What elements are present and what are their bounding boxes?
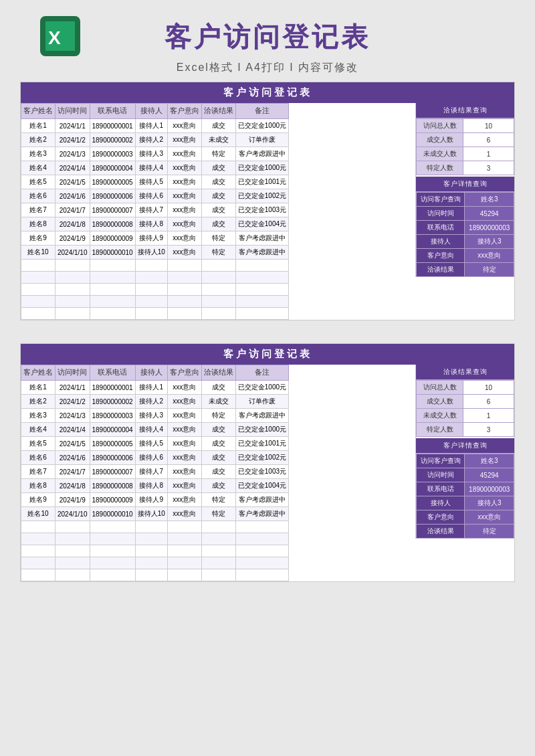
table-cell: 姓名3	[21, 147, 56, 161]
empty-row	[21, 260, 289, 272]
detail-value: 18900000003	[465, 221, 514, 235]
table-cell: 18900000007	[90, 203, 135, 217]
col-phone: 联系电话	[90, 104, 135, 119]
detail-label: 联系电话	[417, 482, 465, 496]
table-cell: 18900000004	[90, 161, 135, 175]
table-cell: 成交	[201, 381, 235, 395]
table-cell: 成交	[201, 175, 235, 189]
stats-value: 3	[463, 423, 514, 437]
table-cell: 客户考虑跟进中	[235, 507, 288, 521]
detail-row: 接待人接待人3	[417, 235, 514, 249]
empty-row	[21, 545, 289, 557]
table-cell: 特定	[201, 409, 235, 423]
table-cell: 2024/1/5	[56, 437, 90, 451]
stats-value: 1	[463, 147, 514, 161]
table-row: 姓名102024/1/1018900000010接待人10xxx意向特定客户考虑…	[21, 246, 289, 260]
stats-label: 特定人数	[417, 423, 463, 437]
table-cell: 特定	[201, 493, 235, 507]
table-cell: 2024/1/9	[56, 231, 90, 246]
table-cell: 接待人2	[135, 133, 167, 147]
detail-row: 联系电话18900000003	[417, 221, 514, 235]
table-cell: 姓名5	[21, 175, 56, 189]
page-subtitle: Excel格式 I A4打印 I 内容可修改	[0, 61, 535, 75]
detail-value: 45294	[465, 207, 514, 221]
table-cell: 已交定金1000元	[235, 161, 288, 175]
table-cell: 18900000006	[90, 189, 135, 203]
table-cell: 订单作废	[235, 133, 288, 147]
table-cell: 18900000009	[90, 231, 135, 246]
table-cell: 2024/1/6	[56, 189, 90, 203]
stats-row: 未成交人数1	[417, 409, 514, 423]
detail-label: 洽谈结果	[417, 525, 465, 539]
table-cell: 18900000007	[90, 465, 135, 479]
detail-row: 客户意向xxx意向	[417, 510, 514, 525]
detail-label: 访问时间	[417, 207, 465, 221]
table-cell: 特定	[201, 147, 235, 161]
table-cell: 18900000008	[90, 217, 135, 231]
col-name: 客户姓名	[21, 104, 56, 119]
table-cell: 客户考虑跟进中	[235, 493, 288, 507]
table-cell: 订单作废	[235, 395, 288, 409]
table-cell: xxx意向	[167, 161, 201, 175]
empty-row	[21, 533, 289, 545]
table-cell: 成交	[201, 465, 235, 479]
col-result: 洽谈结果	[201, 104, 235, 119]
table-row: 姓名72024/1/718900000007接待人7xxx意向成交已交定金100…	[21, 465, 289, 479]
table-cell: 接待人6	[135, 451, 167, 465]
col-note: 备注	[235, 104, 288, 119]
data-table-1: 客户姓名 访问时间 联系电话 接待人 客户意向 洽谈结果 备注 姓名12024/…	[21, 103, 289, 320]
detail-value: 姓名3	[465, 454, 514, 468]
table-row: 姓名32024/1/318900000003接待人3xxx意向特定客户考虑跟进中	[21, 147, 289, 161]
table-cell: 已交定金1004元	[235, 217, 288, 231]
detail-label: 访问客户查询	[417, 454, 465, 468]
table-cell: 特定	[201, 246, 235, 260]
table-cell: 客户考虑跟进中	[235, 246, 288, 260]
table-row: 姓名52024/1/518900000005接待人5xxx意向成交已交定金100…	[21, 175, 289, 189]
table-row: 姓名82024/1/818900000008接待人8xxx意向成交已交定金100…	[21, 217, 289, 231]
table-cell: xxx意向	[167, 381, 201, 395]
table-row: 姓名12024/1/118900000001接待人1xxx意向成交已交定金100…	[21, 381, 289, 395]
col2-result: 洽谈结果	[201, 365, 235, 381]
col2-host: 接待人	[135, 365, 167, 381]
table-cell: 接待人8	[135, 217, 167, 231]
table-cell: 已交定金1003元	[235, 203, 288, 217]
table-cell: 客户考虑跟进中	[235, 147, 288, 161]
table-cell: 姓名8	[21, 479, 56, 493]
page-header: X 客户访问登记表	[0, 7, 535, 61]
col2-intent: 客户意向	[167, 365, 201, 381]
table-cell: 成交	[201, 423, 235, 437]
table-cell: xxx意向	[167, 423, 201, 437]
table-cell: 18900000002	[90, 395, 135, 409]
table-cell: 姓名4	[21, 161, 56, 175]
table-cell: xxx意向	[167, 479, 201, 493]
stats-value: 1	[463, 409, 514, 423]
table-row: 姓名82024/1/818900000008接待人8xxx意向成交已交定金100…	[21, 479, 289, 493]
table-cell: 姓名9	[21, 231, 56, 246]
table-cell: 接待人2	[135, 395, 167, 409]
stats-value: 3	[463, 161, 514, 175]
table-cell: 接待人4	[135, 423, 167, 437]
side-panel-2: 洽谈结果查询 访问总人数10成交人数6未成交人数1特定人数3 客户详情查询 访问…	[415, 365, 514, 539]
table-cell: 已交定金1000元	[235, 381, 288, 395]
table-cell: 客户考虑跟进中	[235, 409, 288, 423]
table-cell: 2024/1/3	[56, 409, 90, 423]
stats-label: 访问总人数	[417, 119, 463, 133]
stats-table-2: 访问总人数10成交人数6未成交人数1特定人数3	[416, 380, 514, 437]
table-cell: 特定	[201, 231, 235, 246]
table-cell: xxx意向	[167, 246, 201, 260]
table-cell: 接待人1	[135, 119, 167, 133]
table-cell: xxx意向	[167, 451, 201, 465]
table-cell: 18900000001	[90, 119, 135, 133]
detail-row: 接待人接待人3	[417, 496, 514, 510]
table-cell: xxx意向	[167, 147, 201, 161]
detail-value: xxx意向	[465, 510, 514, 525]
table-cell: 已交定金1000元	[235, 119, 288, 133]
table-cell: xxx意向	[167, 507, 201, 521]
empty-row	[21, 308, 289, 320]
detail-row: 客户意向xxx意向	[417, 249, 514, 263]
table-cell: xxx意向	[167, 217, 201, 231]
table-row: 姓名42024/1/418900000004接待人4xxx意向成交已交定金100…	[21, 423, 289, 437]
empty-row	[21, 272, 289, 284]
detail-label: 客户意向	[417, 249, 465, 263]
table-cell: 2024/1/3	[56, 147, 90, 161]
